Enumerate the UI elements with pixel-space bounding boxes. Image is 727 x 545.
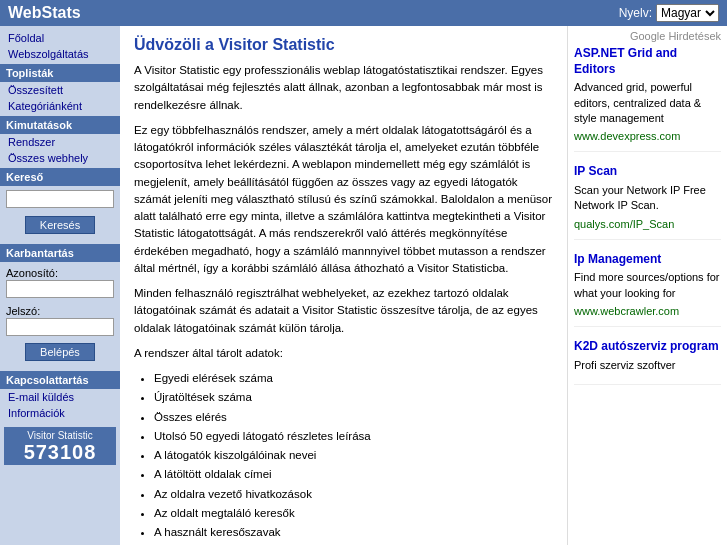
search-button[interactable]: Keresés [25, 216, 95, 234]
sidebar-section-toplistak: Toplisták [0, 64, 120, 82]
right-column: Google Hirdetések ASP.NET Grid and Edito… [567, 26, 727, 545]
sidebar-item-kategorianként[interactable]: Kategóriánként [0, 98, 120, 114]
list-item: A látogatók kiszolgálóinak nevei [154, 447, 553, 464]
feature-list: Egyedi elérések száma Újratöltések száma… [154, 370, 553, 545]
ad-desc-3: Profi szerviz szoftver [574, 358, 721, 373]
paragraph-3: Minden felhasználó regisztrálhat webhely… [134, 285, 553, 337]
list-item: Az oldalt megtaláló keresők [154, 505, 553, 522]
sidebar-section-kereso: Kereső [0, 168, 120, 186]
list-item: Egyedi elérések száma [154, 370, 553, 387]
password-input[interactable] [6, 318, 114, 336]
badge-number: 573108 [6, 441, 114, 464]
sidebar-item-osszes-webhely[interactable]: Összes webhely [0, 150, 120, 166]
sidebar-item-email[interactable]: E-mail küldés [0, 389, 120, 405]
list-item: Összes elérés [154, 409, 553, 426]
search-input[interactable] [6, 190, 114, 208]
lang-label: Nyelv: [619, 6, 652, 20]
sidebar-section-kimutatások: Kimutatások [0, 116, 120, 134]
sidebar-nav: Főoldal Webszolgáltatás Toplisták Összes… [0, 26, 120, 471]
sidebar-section-kapcsolattartas: Kapcsolattartás [0, 371, 120, 389]
login-form: Azonosító: Jelszó: Belépés [0, 262, 120, 369]
ad-desc-1: Scan your Network IP Free Network IP Sca… [574, 183, 721, 214]
list-item: Újratöltések száma [154, 389, 553, 406]
list-item: Utolsó 50 egyedi látogató részletes leír… [154, 428, 553, 445]
list-item: Az oldalra vezető hivatkozások [154, 486, 553, 503]
ad-url-1[interactable]: qualys.com/IP_Scan [574, 218, 674, 230]
sidebar-item-fooldal[interactable]: Főoldal [0, 30, 120, 46]
sidebar-item-informaciok[interactable]: Információk [0, 405, 120, 421]
ad-link-2[interactable]: Ip Management [574, 252, 661, 266]
sidebar-section-karbantartas: Karbantartás [0, 244, 120, 262]
ad-block-2: Ip Management Find more sources/options … [574, 252, 721, 327]
ad-link-1[interactable]: IP Scan [574, 164, 617, 178]
pass-label: Jelszó: [6, 304, 114, 318]
lang-select[interactable]: Magyar English [656, 4, 719, 22]
id-label: Azonosító: [6, 266, 114, 280]
sidebar-item-rendszer[interactable]: Rendszer [0, 134, 120, 150]
ads-title: Google Hirdetések [574, 30, 721, 42]
login-button[interactable]: Belépés [25, 343, 95, 361]
ad-link-3[interactable]: K2D autószerviz program [574, 339, 719, 353]
sidebar-item-webszolgaltatas[interactable]: Webszolgáltatás [0, 46, 120, 62]
paragraph-2: Ez egy többfelhasználós rendszer, amely … [134, 122, 553, 277]
paragraph-1: A Visitor Statistic egy professzionális … [134, 62, 553, 114]
list-item: A látöltött oldalak címei [154, 466, 553, 483]
ad-desc-0: Advanced grid, powerful editors, central… [574, 80, 721, 126]
top-bar: WebStats Nyelv: Magyar English [0, 0, 727, 26]
ad-block-0: ASP.NET Grid and Editors Advanced grid, … [574, 46, 721, 152]
ad-url-0[interactable]: www.devexpress.com [574, 130, 680, 142]
badge-label: Visitor Statistic [6, 430, 114, 441]
ad-block-3: K2D autószerviz program Profi szerviz sz… [574, 339, 721, 385]
ad-desc-2: Find more sources/options for what your … [574, 270, 721, 301]
paragraph-4: A rendszer által tárolt adatok: [134, 345, 553, 362]
ad-block-1: IP Scan Scan your Network IP Free Networ… [574, 164, 721, 239]
visitor-badge[interactable]: Visitor Statistic 573108 [4, 427, 116, 465]
content-body: A Visitor Statistic egy professzionális … [134, 62, 553, 545]
list-item: A használt keresőszavak [154, 524, 553, 541]
sidebar-item-osszetett[interactable]: Összesített [0, 82, 120, 98]
sidebar: Főoldal Webszolgáltatás Toplisták Összes… [0, 26, 120, 545]
lang-area: Nyelv: Magyar English [619, 4, 719, 22]
app-title: WebStats [8, 4, 81, 22]
ad-link-0[interactable]: ASP.NET Grid and Editors [574, 46, 677, 76]
main-content: Üdvözöli a Visitor Statistic A Visitor S… [120, 26, 567, 545]
search-form: Keresés [0, 186, 120, 242]
id-input[interactable] [6, 280, 114, 298]
ad-url-2[interactable]: www.webcrawler.com [574, 305, 679, 317]
content-title: Üdvözöli a Visitor Statistic [134, 36, 553, 54]
